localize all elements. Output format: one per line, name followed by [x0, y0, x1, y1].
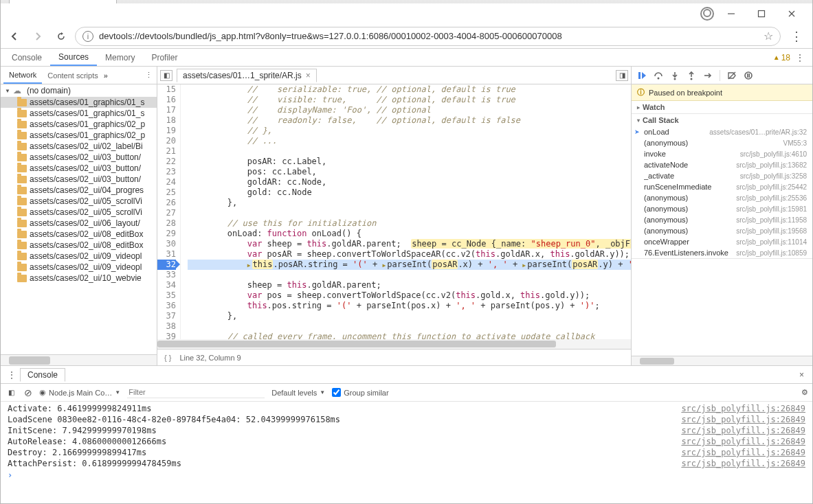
tree-folder[interactable]: assets/cases/02_ui/08_editBox	[1, 229, 157, 240]
toggle-navigator-button[interactable]: ◧	[160, 70, 172, 81]
call-stack-frame[interactable]: 76.EventListeners.invokesrc/jsb_polyfill…	[632, 247, 812, 258]
call-stack-frame[interactable]: (anonymous)src/jsb_polyfill.js:15981	[632, 203, 812, 214]
call-stack-frame[interactable]: (anonymous)VM55:3	[632, 137, 812, 148]
tree-folder[interactable]: assets/cases/01_graphics/02_p	[1, 119, 157, 130]
forward-button[interactable]	[28, 27, 47, 46]
tree-folder[interactable]: assets/cases/02_ui/10_webvie	[1, 273, 157, 284]
navigator-menu-button[interactable]: ⋮	[141, 71, 157, 80]
browser-tab[interactable]: chrome-devtools://dev ×	[9, 0, 117, 3]
pretty-print-icon[interactable]	[164, 354, 171, 362]
tab-sources[interactable]: Sources	[50, 49, 97, 66]
bookmark-icon[interactable]: ☆	[764, 30, 773, 43]
line-number[interactable]: 18	[157, 115, 176, 126]
editor-scrollbar[interactable]	[157, 339, 631, 349]
call-stack-frame[interactable]: (anonymous)src/jsb_polyfill.js:11958	[632, 214, 812, 225]
tree-folder[interactable]: assets/cases/02_ui/05_scrollVi	[1, 207, 157, 218]
navigator-scrollbar[interactable]	[1, 354, 157, 365]
tree-folder[interactable]: assets/cases/02_ui/03_button/	[1, 174, 157, 185]
log-source-link[interactable]: src/jsb_polyfill.js:26849	[681, 404, 805, 413]
close-drawer-button[interactable]: ×	[794, 370, 810, 380]
line-number[interactable]: 19	[157, 126, 176, 136]
call-stack-frame[interactable]: onLoadassets/cases/01…prite/AR.js:32	[632, 126, 812, 137]
line-number[interactable]: 24	[157, 177, 176, 187]
watch-section[interactable]: Watch	[632, 101, 812, 114]
window-maximize-button[interactable]	[746, 4, 777, 23]
browser-menu-button[interactable]: ⋮	[785, 29, 808, 44]
tree-folder[interactable]: assets/cases/02_ui/09_videopl	[1, 262, 157, 273]
back-button[interactable]	[5, 27, 24, 46]
window-close-button[interactable]	[777, 4, 807, 23]
tab-memory[interactable]: Memory	[97, 49, 143, 66]
console-drawer-tab[interactable]: Console	[20, 368, 65, 382]
tree-root[interactable]: (no domain)	[1, 84, 157, 97]
clear-console-button[interactable]	[24, 387, 32, 398]
log-source-link[interactable]: src/jsb_polyfill.js:26849	[681, 437, 805, 446]
line-number[interactable]: 16	[157, 95, 176, 105]
step-button[interactable]	[700, 69, 715, 82]
tree-folder[interactable]: assets/cases/02_ui/02_label/Bi	[1, 141, 157, 152]
execution-context-selector[interactable]: ◉ Node.js Main Co…	[39, 388, 120, 397]
drawer-menu-button[interactable]: ⋮	[3, 370, 20, 380]
close-file-icon[interactable]: ×	[306, 71, 311, 80]
line-number[interactable]: 23	[157, 167, 176, 177]
line-number[interactable]: 26	[157, 198, 176, 208]
tab-profiler[interactable]: Profiler	[143, 49, 186, 66]
log-source-link[interactable]: src/jsb_polyfill.js:26849	[681, 415, 805, 424]
line-number[interactable]: 21	[157, 146, 176, 157]
line-number[interactable]: 37	[157, 311, 176, 321]
line-number[interactable]: 25	[157, 187, 176, 198]
window-minimize-button[interactable]	[716, 4, 746, 23]
log-source-link[interactable]: src/jsb_polyfill.js:26849	[681, 426, 805, 435]
tree-folder[interactable]: assets/cases/02_ui/09_videopl	[1, 251, 157, 262]
log-levels-selector[interactable]: Default levels	[271, 389, 325, 397]
call-stack-frame[interactable]: activateNodesrc/jsb_polyfill.js:13682	[632, 159, 812, 170]
warning-badge[interactable]: 18	[773, 53, 790, 62]
line-number[interactable]: 28	[157, 218, 176, 229]
log-source-link[interactable]: src/jsb_polyfill.js:26849	[681, 459, 805, 468]
account-icon[interactable]	[700, 7, 714, 21]
line-number[interactable]: 34	[157, 280, 176, 290]
line-number[interactable]: 17	[157, 105, 176, 115]
toggle-debugger-button[interactable]: ◨	[616, 70, 628, 81]
line-number[interactable]: 20	[157, 136, 176, 146]
address-bar[interactable]: i devtools://devtools/bundled/js_app.htm…	[75, 27, 781, 46]
navigator-more-tabs[interactable]: »	[104, 71, 108, 80]
step-into-button[interactable]	[667, 69, 682, 82]
tree-folder[interactable]: assets/cases/02_ui/06_layout/	[1, 218, 157, 229]
resume-button[interactable]	[634, 69, 649, 82]
line-number[interactable]: 15	[157, 84, 176, 95]
line-number[interactable]: 38	[157, 321, 176, 332]
tree-folder[interactable]: assets/cases/02_ui/04_progres	[1, 185, 157, 196]
navigator-tab-content-scripts[interactable]: Content scripts	[42, 67, 103, 84]
tab-console[interactable]: Console	[3, 49, 50, 66]
tree-folder[interactable]: assets/cases/01_graphics/01_s	[1, 97, 157, 108]
tree-folder[interactable]: assets/cases/01_graphics/02_p	[1, 130, 157, 141]
line-number[interactable]: 36	[157, 301, 176, 311]
debugger-scrollbar[interactable]	[632, 356, 812, 365]
call-stack-frame[interactable]: _activatesrc/jsb_polyfill.js:3258	[632, 170, 812, 181]
line-number[interactable]: 22	[157, 157, 176, 167]
step-over-button[interactable]	[651, 69, 666, 82]
line-number[interactable]: 29	[157, 229, 176, 239]
call-stack-frame[interactable]: (anonymous)src/jsb_polyfill.js:19568	[632, 225, 812, 236]
tree-folder[interactable]: assets/cases/02_ui/03_button/	[1, 152, 157, 163]
navigator-tab-network[interactable]: Network	[3, 67, 42, 84]
line-number[interactable]: 33	[157, 270, 176, 280]
pause-exceptions-button[interactable]	[741, 69, 756, 82]
console-sidebar-toggle[interactable]: ◧	[5, 387, 17, 398]
console-settings-button[interactable]: ⚙	[801, 388, 808, 397]
call-stack-frame[interactable]: runSceneImmediatesrc/jsb_polyfill.js:254…	[632, 181, 812, 192]
line-number[interactable]: 30	[157, 239, 176, 249]
tree-folder[interactable]: assets/cases/01_graphics/01_s	[1, 108, 157, 119]
deactivate-breakpoints-button[interactable]	[724, 69, 739, 82]
line-number[interactable]: 27	[157, 208, 176, 218]
devtools-menu-button[interactable]: ⋮	[790, 53, 810, 62]
tree-folder[interactable]: assets/cases/02_ui/08_editBox	[1, 240, 157, 251]
log-source-link[interactable]: src/jsb_polyfill.js:26849	[681, 448, 805, 457]
call-stack-frame[interactable]: onceWrappersrc/jsb_polyfill.js:11014	[632, 236, 812, 247]
reload-button[interactable]	[52, 27, 71, 46]
group-similar-checkbox[interactable]: Group similar	[332, 388, 388, 397]
code-editor[interactable]: 1516171819202122232425262728293031323334…	[157, 84, 631, 339]
call-stack-frame[interactable]: (anonymous)src/jsb_polyfill.js:25536	[632, 192, 812, 203]
site-info-icon[interactable]: i	[82, 31, 93, 42]
